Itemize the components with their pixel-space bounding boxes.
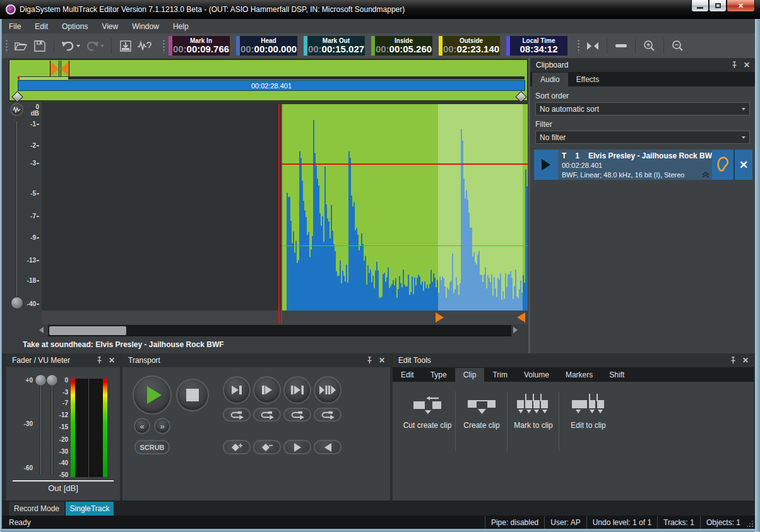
- undo-dropdown-caret[interactable]: [76, 45, 80, 47]
- overview-take-bar[interactable]: 00:02:28.401: [18, 80, 525, 91]
- stop-button[interactable]: [176, 379, 209, 411]
- add-marker-button[interactable]: [223, 440, 251, 454]
- undo-button[interactable]: [59, 37, 83, 55]
- time-display-mark-out[interactable]: Mark Out 00:00:15.027: [304, 36, 365, 56]
- mark-in-triangle[interactable]: [436, 312, 444, 322]
- pin-icon[interactable]: [732, 61, 737, 69]
- time-display-inside[interactable]: Inside 00:00:05.260: [371, 36, 432, 56]
- panel-close-icon[interactable]: ✕: [744, 61, 750, 69]
- edit-to-clip-button[interactable]: Edit to clip: [560, 394, 617, 430]
- menu-view[interactable]: View: [95, 20, 125, 33]
- scrollbar-thumb[interactable]: [49, 326, 126, 335]
- tab-singletrack[interactable]: SingleTrack: [66, 502, 114, 516]
- maximize-button[interactable]: [709, 0, 727, 12]
- sort-order-select[interactable]: No automatic sort: [535, 102, 750, 115]
- play-to-button[interactable]: [223, 376, 251, 404]
- time-display-mark-in[interactable]: Mark In 00:00:09.766: [169, 36, 230, 56]
- filter-select[interactable]: No filter: [535, 131, 750, 144]
- overview-mark-out-marker[interactable]: [61, 61, 69, 76]
- tab-clip[interactable]: Clip: [455, 368, 485, 382]
- rewind-button[interactable]: «: [134, 418, 150, 434]
- toolbar-grip[interactable]: [578, 39, 579, 53]
- loop-out-button[interactable]: [253, 408, 281, 422]
- toolbar-grip[interactable]: [6, 39, 8, 53]
- redo-button[interactable]: [83, 37, 107, 55]
- menu-help[interactable]: Help: [166, 20, 196, 33]
- save-button[interactable]: [30, 37, 49, 55]
- panel-close-icon[interactable]: ✕: [379, 356, 385, 365]
- tab-markers[interactable]: Markers: [557, 368, 601, 382]
- zoom-out-button[interactable]: [668, 37, 687, 55]
- tab-record-mode[interactable]: Record Mode: [9, 502, 64, 516]
- monitor-button[interactable]: [10, 103, 23, 116]
- pin-icon[interactable]: [367, 357, 372, 364]
- scrub-button[interactable]: SCRUB: [134, 440, 170, 454]
- toolbar-grip[interactable]: [163, 39, 165, 53]
- audio-settings-button[interactable]: [135, 37, 154, 55]
- mark-out-triangle[interactable]: [517, 312, 525, 322]
- overview-progress-track[interactable]: [18, 76, 525, 80]
- clipboard-item[interactable]: T 1 Elvis Presley - Jailhouse Rock BWF 0…: [534, 150, 752, 180]
- resize-grip[interactable]: [746, 516, 755, 529]
- time-display-local-time[interactable]: Local Time 08:34:12: [506, 36, 567, 56]
- pin-icon[interactable]: [730, 357, 736, 364]
- playhead[interactable]: [278, 104, 282, 324]
- time-display-outside[interactable]: Outside 00:02:23.140: [439, 36, 500, 56]
- play-between-button[interactable]: [283, 376, 311, 404]
- overview-mark-in-marker[interactable]: [50, 61, 59, 76]
- loop-selection-button[interactable]: [283, 408, 311, 422]
- item-play-button[interactable]: [534, 150, 558, 180]
- item-remove-button[interactable]: ✕: [735, 150, 752, 180]
- close-button[interactable]: ✕: [727, 0, 755, 12]
- open-button[interactable]: [11, 37, 30, 55]
- play-around-button[interactable]: [314, 376, 341, 404]
- tab-effects[interactable]: Effects: [568, 73, 607, 86]
- create-clip-button[interactable]: Create clip: [456, 396, 507, 430]
- loop-in-button[interactable]: [223, 408, 251, 422]
- zoom-db-slider-track[interactable]: [15, 121, 18, 303]
- minimize-button[interactable]: [691, 0, 709, 12]
- marker-lane[interactable]: [42, 310, 528, 324]
- panel-close-icon[interactable]: ✕: [742, 356, 749, 365]
- transport-header[interactable]: Transport ✕: [122, 353, 390, 367]
- tab-edit[interactable]: Edit: [393, 368, 422, 382]
- tab-volume[interactable]: Volume: [516, 368, 557, 382]
- collapse-chevrons-icon[interactable]: [701, 171, 710, 179]
- pin-icon[interactable]: [97, 357, 102, 364]
- redo-dropdown-caret[interactable]: [100, 45, 104, 47]
- menu-edit[interactable]: Edit: [28, 20, 55, 33]
- zoom-to-selection-button[interactable]: [583, 37, 602, 55]
- mark-to-clip-button[interactable]: Mark to clip: [508, 394, 559, 430]
- forward-button[interactable]: »: [154, 418, 170, 434]
- fader-left-track[interactable]: [39, 380, 42, 475]
- tab-type[interactable]: Type: [422, 368, 455, 382]
- cut-create-clip-button[interactable]: Cut create clip: [400, 396, 454, 430]
- play-button[interactable]: [133, 375, 172, 415]
- tab-trim[interactable]: Trim: [484, 368, 516, 382]
- menu-window[interactable]: Window: [125, 20, 166, 33]
- play-from-button[interactable]: [253, 376, 281, 404]
- menu-file[interactable]: File: [2, 20, 28, 33]
- fader-header[interactable]: Fader / VU Meter ✕: [6, 353, 120, 367]
- menu-options[interactable]: Options: [55, 20, 95, 33]
- loop-all-button[interactable]: [314, 408, 341, 422]
- waveform-region[interactable]: [282, 104, 528, 310]
- time-display-head[interactable]: Head 00:00:00.000: [236, 36, 297, 56]
- item-info[interactable]: T 1 Elvis Presley - Jailhouse Rock BWF 0…: [558, 150, 712, 180]
- prev-marker-button[interactable]: [314, 440, 341, 454]
- zoom-in-button[interactable]: [640, 37, 659, 55]
- titlebar[interactable]: DigaSystem MultiTrack Editor Version 7.1…: [0, 0, 760, 19]
- tab-shift[interactable]: Shift: [601, 368, 632, 382]
- scroll-left-arrow[interactable]: [39, 327, 44, 333]
- panel-close-icon[interactable]: ✕: [109, 356, 115, 365]
- scroll-right-arrow[interactable]: [513, 327, 518, 333]
- zoom-fit-button[interactable]: [612, 37, 631, 55]
- tab-audio[interactable]: Audio: [532, 73, 568, 86]
- fader-left-knob[interactable]: [35, 374, 47, 386]
- edit-tools-header[interactable]: Edit Tools ✕: [393, 353, 754, 367]
- clipboard-header[interactable]: Clipboard ✕: [530, 58, 755, 72]
- import-button[interactable]: [116, 37, 135, 55]
- item-prelisten-button[interactable]: [712, 150, 733, 180]
- delete-marker-button[interactable]: [253, 440, 281, 454]
- next-marker-button[interactable]: [283, 440, 311, 454]
